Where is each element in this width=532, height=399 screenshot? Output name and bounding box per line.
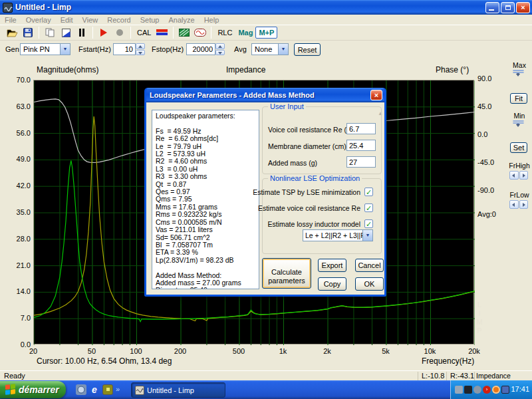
frhigh-label: FrHigh: [507, 162, 532, 170]
arrow-left-icon: [509, 200, 519, 209]
fstart-spinner[interactable]: [136, 43, 145, 55]
re-input[interactable]: [346, 123, 376, 134]
min-spinner[interactable]: [513, 120, 524, 124]
user-input-title: User Input: [268, 102, 306, 110]
levels-button[interactable]: [154, 26, 170, 39]
cancel-button[interactable]: Cancel: [355, 259, 384, 272]
close-button[interactable]: ×: [516, 2, 530, 13]
ok-button[interactable]: OK: [355, 277, 384, 291]
tray-icon-3[interactable]: [473, 386, 481, 394]
tray-icon-1[interactable]: [455, 386, 463, 394]
system-tray: › 17:41: [450, 380, 532, 399]
gen-label: Gen: [5, 45, 19, 53]
fstart-input[interactable]: [113, 43, 136, 55]
pause-button[interactable]: [74, 26, 90, 39]
dialog-titlebar[interactable]: Loudspeaker Parameters - Added Mass Meth…: [146, 88, 384, 102]
spectrum-button[interactable]: [176, 26, 192, 39]
generator-type-select[interactable]: Pink PN ▼: [20, 43, 70, 55]
estimate-tsp-label: Estimate TSP by LSE minimization: [253, 188, 360, 196]
menu-view[interactable]: View: [78, 16, 103, 24]
mag-phase-mode-button[interactable]: M+P: [255, 27, 277, 39]
menu-analyze[interactable]: Analyze: [164, 16, 199, 24]
sine-icon: [194, 29, 206, 37]
spectrum-icon: [179, 29, 190, 37]
axis-tick-label: 0.0: [477, 130, 487, 138]
spin-down-icon: [136, 50, 145, 56]
export-button[interactable]: Export: [318, 259, 346, 272]
toolbar-separator: [92, 27, 93, 39]
fstart-label: Fstart(Hz): [78, 45, 111, 53]
max-spinner[interactable]: [513, 70, 524, 73]
tray-icon-2[interactable]: [464, 386, 472, 394]
fstop-label: Fstop(Hz): [152, 45, 184, 53]
fstop-spinner[interactable]: [215, 43, 225, 55]
axis-tick-label: 42.0: [1, 182, 31, 190]
check-icon: ✓: [366, 204, 372, 213]
estimate-inductor-checkbox[interactable]: ✓: [364, 219, 373, 228]
play-button[interactable]: [96, 26, 112, 39]
parameters-textbox[interactable]: Loudspeaker parameters: Fs = 49.59 Hz Re…: [152, 110, 259, 289]
chevron-down-icon[interactable]: ▼: [60, 44, 70, 55]
menu-record[interactable]: Record: [102, 16, 135, 24]
menu-help[interactable]: Help: [200, 16, 224, 24]
inductor-model-select[interactable]: Le + L2||R2 + L3||R3 ▼: [303, 229, 373, 241]
fstop-input[interactable]: [186, 43, 215, 55]
quick-launch-chevron-icon[interactable]: »: [116, 385, 120, 393]
generator-button[interactable]: [192, 26, 208, 39]
taskbar: démarrer e » Untitled - Limp › 17:41: [0, 380, 532, 399]
spin-up-icon: [513, 120, 524, 122]
taskbar-task-button[interactable]: Untitled - Limp: [131, 382, 225, 398]
rlc-button[interactable]: RLC: [214, 29, 235, 37]
fit-button[interactable]: Fit: [510, 93, 527, 104]
tray-icon-4[interactable]: ›: [483, 386, 491, 394]
quick-launch-icon-3[interactable]: [102, 384, 113, 395]
toolbar-separator: [173, 27, 174, 39]
loudspeaker-parameters-dialog: Loudspeaker Parameters - Added Mass Meth…: [144, 88, 386, 297]
tray-icon-6[interactable]: [501, 386, 509, 394]
restore-button[interactable]: [501, 2, 515, 13]
limp-application-window: Untitled - Limp × File Overlay Edit View…: [0, 0, 532, 399]
save-button[interactable]: [20, 26, 36, 39]
bw-overlay-button[interactable]: [58, 26, 74, 39]
menu-setup[interactable]: Setup: [136, 16, 164, 24]
reset-button[interactable]: Reset: [294, 43, 321, 56]
diameter-input[interactable]: [346, 140, 376, 151]
copy-button-dialog[interactable]: Copy: [318, 277, 346, 291]
estimate-re-checkbox[interactable]: ✓: [364, 203, 373, 212]
calculate-parameters-button[interactable]: Calculate parameters: [262, 258, 311, 289]
estimate-tsp-checkbox[interactable]: ✓: [364, 188, 373, 196]
axis-tick-label: 70.0: [1, 76, 31, 84]
start-button[interactable]: démarrer: [0, 381, 66, 398]
calibrate-button[interactable]: CAL: [134, 29, 154, 37]
dialog-close-button[interactable]: ×: [370, 90, 382, 100]
copy-button[interactable]: [42, 26, 58, 39]
frhigh-arrows[interactable]: [509, 171, 528, 180]
restore-icon: [505, 5, 511, 10]
magnitude-axis-title: Magnitude(ohms): [37, 65, 98, 74]
task-app-icon: [135, 386, 144, 395]
chevron-down-icon[interactable]: ▼: [278, 44, 288, 55]
frlow-arrows[interactable]: [509, 200, 528, 209]
min-label: Min: [507, 112, 532, 120]
avg-select[interactable]: None ▼: [251, 43, 289, 55]
minimize-button[interactable]: [485, 2, 499, 13]
user-input-group: User Input Voice coil resistance Re (ohm…: [262, 106, 382, 174]
mag-mode-button[interactable]: Mag: [235, 27, 255, 38]
chevron-down-icon[interactable]: ▼: [362, 230, 372, 241]
axis-tick-label: 63.0: [1, 102, 31, 110]
open-button[interactable]: [4, 26, 20, 39]
axis-tick-label: 14.0: [1, 287, 31, 295]
window-title: Untitled - Limp: [15, 3, 71, 12]
axis-tick-label: 56.0: [1, 129, 31, 137]
menu-edit[interactable]: Edit: [56, 16, 78, 24]
set-button[interactable]: Set: [510, 142, 527, 153]
axis-tick-label: 1k: [279, 347, 287, 355]
added-mass-input[interactable]: [346, 156, 376, 168]
menu-overlay[interactable]: Overlay: [21, 16, 56, 24]
tray-icon-5[interactable]: [492, 386, 500, 394]
record-button[interactable]: [112, 26, 128, 39]
menu-file[interactable]: File: [0, 16, 21, 24]
spin-up-icon: [136, 43, 145, 49]
quick-launch-icon-1[interactable]: [76, 384, 86, 395]
quick-launch-icon-2[interactable]: e: [89, 384, 100, 395]
